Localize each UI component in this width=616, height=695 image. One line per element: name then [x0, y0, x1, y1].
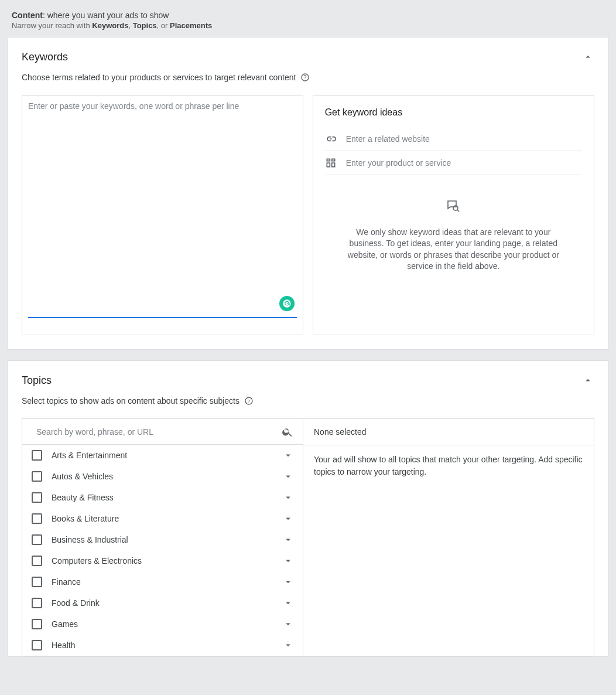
topic-row[interactable]: Food & Drink — [22, 592, 303, 614]
topics-right-panel: None selected Your ad will show to all t… — [303, 419, 594, 656]
checkbox[interactable] — [32, 619, 42, 629]
grammarly-icon[interactable] — [279, 296, 295, 311]
checkbox[interactable] — [32, 556, 42, 566]
topic-label: Autos & Vehicles — [52, 472, 273, 481]
chevron-down-icon[interactable] — [283, 640, 293, 650]
svg-text:?: ? — [248, 398, 251, 404]
header-title-rest: : where you want your ads to show — [43, 11, 169, 20]
checkbox[interactable] — [32, 513, 42, 524]
topic-label: Finance — [52, 577, 273, 587]
topic-row[interactable]: Autos & Vehicles — [22, 466, 303, 487]
help-icon[interactable]: ? — [244, 396, 254, 406]
chevron-down-icon[interactable] — [283, 556, 293, 566]
topics-search-input[interactable] — [32, 423, 282, 441]
collapse-keywords-icon[interactable] — [581, 50, 594, 63]
keywords-textarea[interactable] — [22, 96, 303, 318]
topic-row[interactable]: Health — [22, 635, 303, 656]
topics-subtitle: Select topics to show ads on content abo… — [22, 396, 239, 406]
topic-row[interactable]: Games — [22, 614, 303, 635]
chevron-down-icon[interactable] — [283, 619, 293, 629]
header-title-bold: Content — [12, 11, 43, 20]
topic-label: Arts & Entertainment — [52, 451, 273, 460]
chevron-down-icon[interactable] — [283, 492, 293, 503]
chevron-down-icon[interactable] — [283, 577, 293, 587]
topic-label: Health — [52, 641, 273, 650]
topics-card: Topics Select topics to show ads on cont… — [7, 360, 609, 657]
chevron-down-icon[interactable] — [283, 513, 293, 524]
ideas-empty-icon — [446, 199, 460, 213]
chevron-down-icon[interactable] — [283, 534, 293, 545]
topic-label: Food & Drink — [52, 598, 273, 608]
checkbox[interactable] — [32, 492, 42, 503]
chevron-down-icon[interactable] — [283, 471, 293, 482]
link-icon — [325, 133, 337, 145]
topic-row[interactable]: Computers & Electronics — [22, 550, 303, 571]
collapse-topics-icon[interactable] — [581, 374, 594, 387]
keywords-subtitle: Choose terms related to your products or… — [22, 73, 296, 82]
topic-row[interactable]: Arts & Entertainment — [22, 445, 303, 466]
ideas-heading: Get keyword ideas — [325, 107, 582, 118]
checkbox[interactable] — [32, 640, 42, 650]
related-website-input[interactable] — [346, 134, 582, 144]
checkbox[interactable] — [32, 534, 42, 545]
topic-label: Business & Industrial — [52, 535, 273, 544]
topics-list[interactable]: Arts & EntertainmentAutos & VehiclesBeau… — [22, 445, 303, 656]
checkbox[interactable] — [32, 598, 42, 608]
keywords-heading: Keywords — [22, 51, 68, 63]
checkbox[interactable] — [32, 471, 42, 482]
topic-label: Games — [52, 619, 273, 629]
topics-hint: Your ad will show to all topics that mat… — [314, 454, 583, 478]
topics-none-selected: None selected — [303, 419, 594, 445]
topics-left-panel: Arts & EntertainmentAutos & VehiclesBeau… — [22, 419, 303, 656]
topics-heading: Topics — [22, 374, 52, 387]
checkbox[interactable] — [32, 450, 42, 461]
ideas-empty-state: We only show keyword ideas that are rele… — [325, 199, 582, 272]
topic-label: Beauty & Fitness — [52, 493, 273, 502]
topic-row[interactable]: Finance — [22, 571, 303, 592]
keywords-card: Keywords Choose terms related to your pr… — [7, 37, 609, 350]
topic-label: Books & Literature — [52, 514, 273, 523]
textarea-focus-underline — [28, 317, 297, 318]
help-icon[interactable] — [300, 73, 310, 82]
ideas-empty-text: We only show keyword ideas that are rele… — [343, 227, 564, 272]
topic-row[interactable]: Books & Literature — [22, 508, 303, 529]
chevron-down-icon[interactable] — [283, 598, 293, 608]
content-header: Content: where you want your ads to show… — [0, 0, 616, 37]
product-service-row — [325, 151, 582, 175]
topic-row[interactable]: Beauty & Fitness — [22, 487, 303, 508]
topic-label: Computers & Electronics — [52, 556, 273, 565]
related-website-row — [325, 127, 582, 151]
keyword-ideas-box: Get keyword ideas We only show keyword i… — [313, 95, 594, 335]
product-service-input[interactable] — [346, 158, 582, 168]
chevron-down-icon[interactable] — [283, 450, 293, 461]
keywords-input-box — [22, 95, 303, 335]
topic-row[interactable]: Business & Industrial — [22, 529, 303, 550]
search-icon[interactable] — [282, 426, 293, 438]
grid-icon — [325, 157, 337, 169]
checkbox[interactable] — [32, 577, 42, 587]
